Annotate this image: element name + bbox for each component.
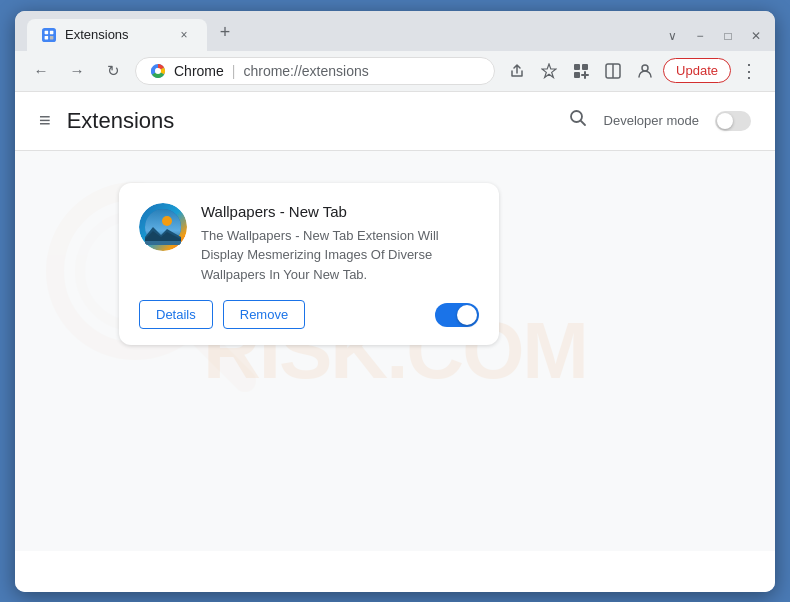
extension-description: The Wallpapers - New Tab Extension Will …	[201, 226, 479, 285]
svg-rect-0	[42, 28, 56, 42]
extension-card: Wallpapers - New Tab The Wallpapers - Ne…	[119, 183, 499, 346]
more-menu-button[interactable]: ⋮	[735, 57, 763, 85]
tab-label: Extensions	[65, 27, 167, 42]
header-actions: Developer mode	[568, 108, 751, 133]
details-button[interactable]: Details	[139, 300, 213, 329]
svg-rect-9	[582, 64, 588, 70]
browser-window: Extensions × + ∨ − □ ✕ ← → ↻ Chro	[15, 11, 775, 592]
remove-button[interactable]: Remove	[223, 300, 305, 329]
title-bar: Extensions × + ∨ − □ ✕	[15, 11, 775, 51]
browser-toolbar: ← → ↻ Chrome | chrome://extensions	[15, 51, 775, 92]
profile-button[interactable]	[631, 57, 659, 85]
extension-toggle[interactable]	[435, 303, 479, 327]
refresh-button[interactable]: ↻	[99, 57, 127, 85]
forward-button[interactable]: →	[63, 57, 91, 85]
developer-mode-toggle[interactable]	[715, 111, 751, 131]
new-tab-button[interactable]: +	[211, 19, 239, 47]
extension-icon	[139, 203, 187, 251]
extension-footer: Details Remove	[139, 300, 479, 329]
tab-favicon	[41, 27, 57, 43]
close-button[interactable]: ✕	[749, 29, 763, 43]
svg-rect-19	[145, 241, 181, 245]
page-content: ≡ Extensions Developer mode	[15, 92, 775, 592]
svg-rect-3	[45, 35, 49, 39]
extensions-area: RISK.COM	[15, 151, 775, 551]
svg-rect-4	[50, 35, 54, 39]
chevron-down-button[interactable]: ∨	[665, 29, 679, 43]
back-button[interactable]: ←	[27, 57, 55, 85]
svg-point-13	[571, 111, 582, 122]
toggle-knob	[717, 113, 733, 129]
window-controls: ∨ − □ ✕	[665, 29, 763, 51]
svg-rect-2	[50, 30, 54, 34]
svg-rect-8	[574, 64, 580, 70]
sidebar-toggle-button[interactable]: ≡	[39, 109, 51, 132]
extension-header: Wallpapers - New Tab The Wallpapers - Ne…	[139, 203, 479, 285]
maximize-button[interactable]: □	[721, 29, 735, 43]
address-bar[interactable]: Chrome | chrome://extensions	[135, 57, 495, 85]
page-title: Extensions	[67, 108, 568, 134]
address-site-name: Chrome	[174, 63, 224, 79]
bookmark-button[interactable]	[535, 57, 563, 85]
extension-info: Wallpapers - New Tab The Wallpapers - Ne…	[201, 203, 479, 285]
extension-icon-inner	[139, 203, 187, 251]
extension-name: Wallpapers - New Tab	[201, 203, 479, 220]
address-separator: |	[232, 63, 236, 79]
svg-rect-1	[45, 30, 49, 34]
address-url: chrome://extensions	[243, 63, 368, 79]
tab-close-button[interactable]: ×	[175, 26, 193, 44]
minimize-button[interactable]: −	[693, 29, 707, 43]
share-button[interactable]	[503, 57, 531, 85]
extensions-button[interactable]	[567, 57, 595, 85]
extension-toggle-knob	[457, 305, 477, 325]
svg-point-18	[162, 216, 172, 226]
active-tab[interactable]: Extensions ×	[27, 19, 207, 51]
chrome-site-icon	[150, 63, 166, 79]
page-header: ≡ Extensions Developer mode	[15, 92, 775, 151]
update-button[interactable]: Update	[663, 58, 731, 83]
svg-point-12	[642, 65, 648, 71]
search-button[interactable]	[568, 108, 588, 133]
svg-point-7	[155, 68, 161, 74]
toolbar-actions: Update ⋮	[503, 57, 763, 85]
developer-mode-label: Developer mode	[604, 113, 699, 128]
svg-rect-10	[574, 72, 580, 78]
split-button[interactable]	[599, 57, 627, 85]
